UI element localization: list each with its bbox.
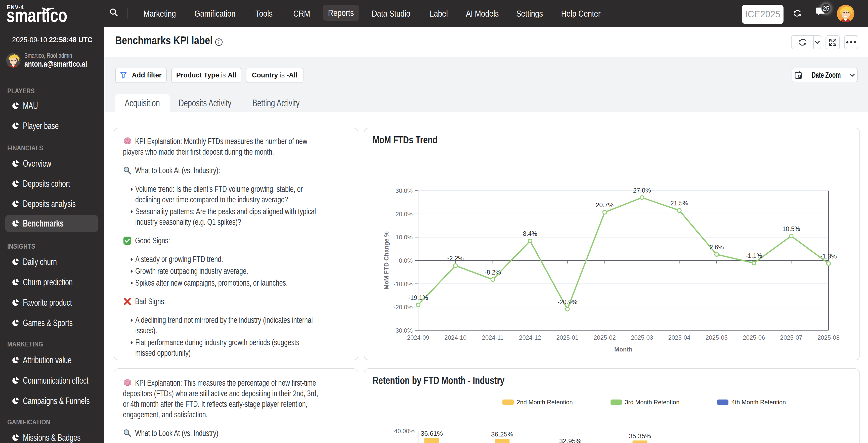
- svg-text:36.25%: 36.25%: [491, 431, 513, 438]
- svg-text:-1.1%: -1.1%: [746, 252, 762, 259]
- svg-text:35.35%: 35.35%: [629, 432, 651, 440]
- svg-text:0.0%: 0.0%: [399, 257, 413, 264]
- svg-text:2025-04: 2025-04: [668, 334, 690, 341]
- svg-text:-30.0%: -30.0%: [394, 327, 413, 334]
- svg-text:30.0%: 30.0%: [396, 187, 413, 194]
- svg-text:2024-09: 2024-09: [407, 334, 429, 341]
- svg-text:Month: Month: [614, 346, 632, 353]
- svg-text:2025-03: 2025-03: [631, 334, 653, 341]
- svg-text:27.0%: 27.0%: [633, 187, 651, 194]
- svg-text:-20.9%: -20.9%: [557, 298, 577, 306]
- svg-text:-8.2%: -8.2%: [485, 269, 501, 276]
- svg-text:20.0%: 20.0%: [396, 211, 413, 218]
- svg-text:20.7%: 20.7%: [596, 201, 614, 209]
- svg-text:32.95%: 32.95%: [559, 437, 581, 443]
- svg-text:36.61%: 36.61%: [421, 430, 443, 437]
- svg-text:2025-01: 2025-01: [556, 334, 578, 341]
- svg-text:-20.0%: -20.0%: [394, 304, 413, 311]
- svg-text:2024-11: 2024-11: [482, 334, 504, 341]
- svg-text:10.5%: 10.5%: [782, 225, 800, 232]
- svg-text:2025-06: 2025-06: [743, 334, 765, 341]
- svg-text:2024-12: 2024-12: [519, 334, 541, 341]
- svg-text:8.4%: 8.4%: [523, 230, 537, 237]
- svg-text:-19.1%: -19.1%: [408, 294, 428, 301]
- svg-text:2.6%: 2.6%: [709, 244, 724, 251]
- svg-text:2025-02: 2025-02: [594, 334, 616, 341]
- svg-text:MoM FTD Change %: MoM FTD Change %: [383, 231, 390, 290]
- svg-text:2025-08: 2025-08: [817, 334, 840, 341]
- svg-text:-10.0%: -10.0%: [394, 281, 413, 287]
- svg-text:21.5%: 21.5%: [670, 200, 688, 207]
- svg-text:2025-05: 2025-05: [706, 334, 728, 341]
- svg-text:2025-07: 2025-07: [780, 334, 802, 341]
- svg-text:2024-10: 2024-10: [444, 334, 466, 341]
- svg-text:-1.3%: -1.3%: [820, 253, 837, 260]
- svg-text:-2.2%: -2.2%: [447, 255, 464, 262]
- svg-text:40.00%: 40.00%: [394, 428, 415, 435]
- svg-text:10.0%: 10.0%: [396, 234, 413, 241]
